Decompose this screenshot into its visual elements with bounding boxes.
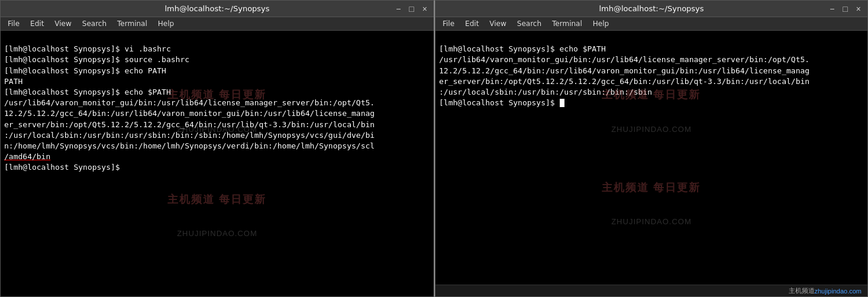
right-menu-file[interactable]: File bbox=[438, 18, 459, 29]
right-watermark-domain-bottom: ZHUJIPINDAO.COM bbox=[602, 217, 701, 227]
bottom-domain-link[interactable]: zhujipindao.com bbox=[815, 288, 862, 295]
right-title-bar: lmh@localhost:~/Synopsys − □ × bbox=[435, 1, 867, 17]
right-menu-bar: File Edit View Search Terminal Help bbox=[435, 17, 867, 31]
left-terminal-content[interactable]: [lmh@localhost Synopsys]$ vi .bashrc [lm… bbox=[1, 31, 434, 296]
left-window-title: lmh@localhost:~/Synopsys bbox=[164, 4, 269, 13]
right-terminal-content[interactable]: [lmh@localhost Synopsys]$ echo $PATH /us… bbox=[435, 31, 867, 285]
right-minimize-button[interactable]: − bbox=[828, 5, 836, 13]
left-watermark-domain-bottom: ZHUJIPINDAO.COM bbox=[167, 228, 266, 239]
bottom-bar: 主机频道 zhujipindao.com bbox=[435, 285, 867, 296]
left-menu-search[interactable]: Search bbox=[78, 18, 111, 29]
right-terminal-window: lmh@localhost:~/Synopsys − □ × File Edit… bbox=[435, 0, 868, 297]
left-title-controls: − □ × bbox=[394, 5, 429, 13]
left-menu-terminal[interactable]: Terminal bbox=[112, 18, 152, 29]
left-close-button[interactable]: × bbox=[421, 5, 429, 13]
left-watermark-bottom: 主机频道 每日更新 ZHUJIPINDAO.COM bbox=[167, 171, 266, 262]
right-watermark-cn-bottom: 主机频道 每日更新 bbox=[602, 180, 701, 195]
right-watermark-domain-top: ZHUJIPINDAO.COM bbox=[602, 124, 701, 135]
left-underline-line: /amd64/bin bbox=[4, 152, 50, 161]
left-line-1: [lmh@localhost Synopsys]$ vi .bashrc [lm… bbox=[4, 44, 375, 150]
right-menu-terminal[interactable]: Terminal bbox=[547, 18, 587, 29]
windows-container: lmh@localhost:~/Synopsys − □ × File Edit… bbox=[0, 0, 868, 297]
right-close-button[interactable]: × bbox=[854, 5, 863, 13]
left-watermark-cn-bottom: 主机频道 每日更新 bbox=[167, 192, 266, 207]
left-menu-edit[interactable]: Edit bbox=[25, 18, 49, 29]
left-menu-file[interactable]: File bbox=[3, 18, 24, 29]
left-menu-help[interactable]: Help bbox=[153, 18, 179, 29]
left-title-bar: lmh@localhost:~/Synopsys − □ × bbox=[1, 1, 434, 17]
left-menu-view[interactable]: View bbox=[50, 18, 76, 29]
left-terminal-window: lmh@localhost:~/Synopsys − □ × File Edit… bbox=[0, 0, 435, 297]
right-maximize-button[interactable]: □ bbox=[841, 5, 849, 13]
right-watermark-bottom: 主机频道 每日更新 ZHUJIPINDAO.COM bbox=[602, 159, 701, 250]
bottom-channel-text: 主机频道 bbox=[789, 286, 815, 295]
right-window-title: lmh@localhost:~/Synopsys bbox=[599, 4, 704, 13]
right-cursor bbox=[560, 99, 564, 107]
right-line-1: [lmh@localhost Synopsys]$ echo $PATH /us… bbox=[439, 44, 809, 107]
left-minimize-button[interactable]: − bbox=[394, 5, 402, 13]
left-prompt-line: [lmh@localhost Synopsys]$ bbox=[4, 163, 125, 172]
left-maximize-button[interactable]: □ bbox=[407, 5, 415, 13]
right-menu-help[interactable]: Help bbox=[588, 18, 614, 29]
right-menu-edit[interactable]: Edit bbox=[460, 18, 483, 29]
right-title-controls: − □ × bbox=[828, 5, 863, 13]
left-menu-bar: File Edit View Search Terminal Help bbox=[1, 17, 434, 31]
right-menu-search[interactable]: Search bbox=[512, 18, 546, 29]
right-menu-view[interactable]: View bbox=[485, 18, 511, 29]
